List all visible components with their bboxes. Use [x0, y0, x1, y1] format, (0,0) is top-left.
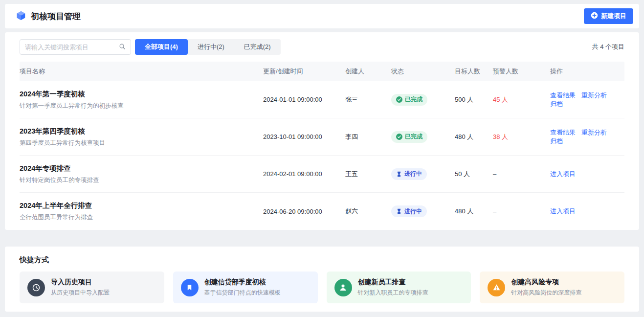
total-count-label: 共 4 个项目 [592, 43, 624, 51]
project-creator: 李四 [345, 133, 391, 141]
column-header-name: 项目名称 [20, 67, 263, 76]
table-header-row: 项目名称 更新/创建时间 创建人 状态 目标人数 预警人数 操作 [20, 62, 624, 81]
project-list-panel: 全部项目(4) 进行中(2) 已完成(2) 共 4 个项目 项目名称 更新/创建… [5, 32, 639, 230]
target-count: 480 人 [455, 207, 493, 216]
status-badge: 进行中 [391, 205, 427, 217]
project-time: 2024-01-01 09:00:00 [263, 96, 345, 103]
shortcuts-title: 快捷方式 [20, 255, 624, 265]
search-icon[interactable] [119, 43, 126, 51]
new-project-button[interactable]: 新建项目 [584, 8, 633, 24]
target-count: 50 人 [455, 170, 493, 179]
shortcut-desc: 从历史项目中导入配置 [51, 289, 110, 297]
warning-count: – [493, 208, 550, 215]
status-label: 进行中 [404, 170, 422, 178]
shortcut-credit-dept-review[interactable]: 创建信贷部季度初核 基于信贷部门特点的快速模板 [173, 272, 318, 303]
project-desc: 第四季度员工异常行为核查项目 [20, 139, 263, 147]
shortcut-title: 创建高风险专项 [511, 278, 581, 287]
page-header: 初核项目管理 新建项目 [5, 4, 639, 28]
status-badge: 已完成 [391, 94, 427, 106]
search-input[interactable] [25, 44, 119, 51]
action-link[interactable]: 归档 [550, 137, 563, 145]
project-desc: 针对第一季度员工异常行为的初步核查 [20, 102, 263, 110]
hourglass-icon [396, 171, 402, 177]
target-count: 500 人 [455, 95, 493, 104]
column-header-actions: 操作 [550, 67, 624, 76]
new-project-label: 新建项目 [601, 12, 626, 21]
column-header-creator: 创建人 [345, 67, 391, 76]
bookmark-icon [181, 279, 199, 296]
project-creator: 赵六 [345, 207, 391, 216]
status-label: 已完成 [405, 133, 422, 141]
action-link[interactable]: 重新分析 [581, 91, 607, 99]
column-header-time: 更新/创建时间 [263, 67, 345, 76]
hourglass-icon [396, 208, 402, 214]
shortcut-title: 创建信贷部季度初核 [204, 278, 281, 287]
project-name: 2024年上半年全行排查 [20, 201, 263, 210]
project-name: 2024年专项排查 [20, 164, 263, 173]
cube-icon [16, 10, 26, 23]
tab-all-projects[interactable]: 全部项目(4) [135, 39, 188, 55]
action-link[interactable]: 归档 [550, 100, 563, 108]
tab-in-progress[interactable]: 进行中(2) [188, 39, 234, 55]
project-creator: 王五 [345, 170, 391, 179]
action-link[interactable]: 进入项目 [550, 207, 576, 215]
shortcut-new-employee-check[interactable]: 创建新员工排查 针对新入职员工的专项排查 [327, 272, 471, 303]
warning-icon [488, 279, 505, 296]
plus-circle-icon [591, 12, 598, 21]
shortcut-desc: 针对新入职员工的专项排查 [358, 289, 428, 297]
shortcuts-grid: 导入历史项目 从历史项目中导入配置 创建信贷部季度初核 基于信贷部门特点的快速模… [20, 272, 624, 303]
table-row: 2024年上半年全行排查 全行范围员工异常行为排查 2024-06-20 09:… [20, 193, 624, 230]
action-link[interactable]: 进入项目 [550, 170, 576, 178]
page-title: 初核项目管理 [31, 11, 81, 22]
action-link[interactable]: 查看结果 [550, 129, 576, 136]
check-circle-icon [396, 96, 402, 103]
column-header-warning: 预警人数 [493, 67, 550, 76]
table-row: 2023年第四季度初核 第四季度员工异常行为核查项目 2023-10-01 09… [20, 118, 624, 156]
project-desc: 针对特定岗位员工的专项排查 [20, 176, 263, 184]
column-header-target: 目标人数 [455, 67, 493, 76]
action-link[interactable]: 查看结果 [550, 91, 576, 99]
target-count: 480 人 [455, 133, 493, 141]
table-row: 2024年第一季度初核 针对第一季度员工异常行为的初步核查 2024-01-01… [20, 81, 624, 118]
shortcut-high-risk-special[interactable]: 创建高风险专项 针对高风险岗位的深度排查 [480, 272, 624, 303]
status-badge: 进行中 [391, 168, 427, 180]
search-box [20, 39, 131, 55]
status-badge: 已完成 [391, 131, 427, 143]
project-desc: 全行范围员工异常行为排查 [20, 213, 263, 222]
shortcut-desc: 基于信贷部门特点的快速模板 [204, 289, 281, 297]
project-creator: 张三 [345, 95, 391, 104]
filter-tabs: 全部项目(4) 进行中(2) 已完成(2) [135, 39, 281, 55]
warning-count: – [493, 170, 550, 178]
project-time: 2024-06-20 09:00:00 [263, 208, 345, 215]
status-label: 进行中 [404, 207, 422, 216]
project-table: 项目名称 更新/创建时间 创建人 状态 目标人数 预警人数 操作 2024年第一… [20, 62, 624, 230]
action-link[interactable]: 重新分析 [581, 129, 607, 136]
warning-count: 38 人 [493, 133, 550, 141]
project-name: 2024年第一季度初核 [20, 90, 263, 99]
project-time: 2024-02-01 09:00:00 [263, 170, 345, 178]
status-label: 已完成 [405, 95, 422, 104]
history-icon [27, 279, 45, 296]
shortcut-title: 导入历史项目 [51, 278, 110, 287]
column-header-status: 状态 [391, 67, 455, 76]
shortcuts-panel: 快捷方式 导入历史项目 从历史项目中导入配置 创建信贷部季度初核 基于信贷部门特… [5, 247, 639, 312]
check-circle-icon [396, 134, 402, 140]
table-row: 2024年专项排查 针对特定岗位员工的专项排查 2024-02-01 09:00… [20, 156, 624, 193]
user-icon [334, 279, 352, 296]
toolbar: 全部项目(4) 进行中(2) 已完成(2) 共 4 个项目 [20, 39, 624, 55]
project-name: 2023年第四季度初核 [20, 127, 263, 136]
title-wrap: 初核项目管理 [16, 10, 81, 23]
project-time: 2023-10-01 09:00:00 [263, 133, 345, 140]
warning-count: 45 人 [493, 95, 550, 104]
shortcut-title: 创建新员工排查 [358, 278, 428, 287]
tab-completed[interactable]: 已完成(2) [234, 39, 281, 55]
shortcut-desc: 针对高风险岗位的深度排查 [511, 289, 581, 297]
shortcut-import-history[interactable]: 导入历史项目 从历史项目中导入配置 [20, 272, 164, 303]
